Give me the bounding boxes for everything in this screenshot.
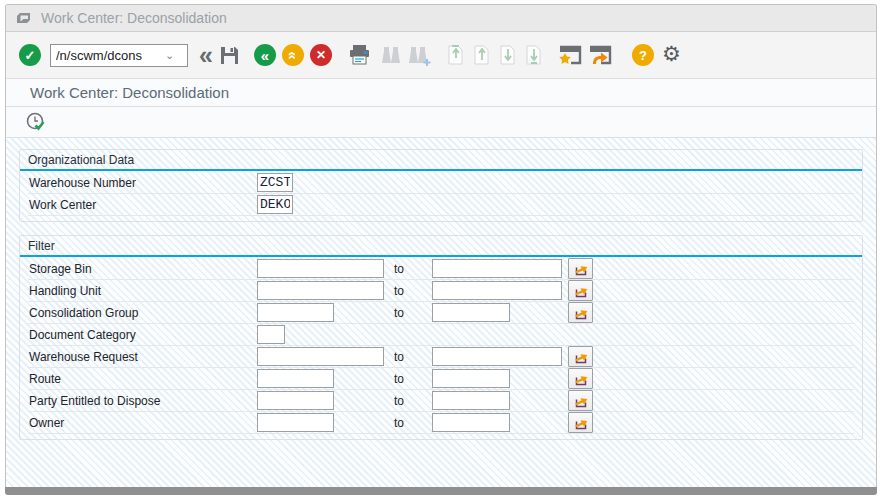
back-button[interactable]: «: [254, 44, 276, 66]
field-row-party-entitled: Party Entitled to Dispose to: [28, 390, 854, 412]
multiple-selection-icon: [573, 393, 589, 409]
field-label: Document Category: [28, 328, 257, 342]
enter-button[interactable]: ✓: [19, 44, 41, 66]
command-input[interactable]: [51, 46, 163, 65]
dynpro-content: Organizational Data Warehouse Number Wor…: [6, 138, 876, 488]
create-shortcut-button[interactable]: [588, 45, 612, 66]
field-label: Warehouse Number: [28, 176, 257, 190]
multiple-selection-icon: [573, 261, 589, 277]
field-label: Handling Unit: [28, 284, 257, 298]
hide-command-field-button[interactable]: «: [199, 45, 211, 65]
field-label: Owner: [28, 416, 257, 430]
screen-title-bar: Work Center: Deconsolidation: [6, 79, 876, 107]
storage-bin-to-input[interactable]: [432, 259, 562, 278]
field-label: Consolidation Group: [28, 306, 257, 320]
field-label: Storage Bin: [28, 262, 257, 276]
consolidation-group-to-input[interactable]: [432, 303, 510, 322]
find-icon: [380, 44, 402, 66]
field-row-warehouse-request: Warehouse Request to: [28, 346, 854, 368]
sap-gui-window: Work Center: Deconsolidation ✓ ⌄ « « « ✕: [5, 4, 877, 488]
customize-layout-button[interactable]: ⚙: [662, 42, 681, 66]
execute-button[interactable]: [25, 111, 47, 133]
warehouse-request-from-input[interactable]: [257, 347, 384, 366]
page-title: Work Center: Deconsolidation: [30, 84, 229, 101]
group-title: Filter: [20, 236, 862, 257]
owner-multiple-selection-button[interactable]: [568, 412, 593, 433]
application-toolbar: [6, 107, 876, 138]
warehouse-request-multiple-selection-button[interactable]: [568, 346, 593, 367]
to-label: to: [394, 350, 432, 364]
to-label: to: [394, 306, 432, 320]
cancel-button[interactable]: ✕: [310, 44, 332, 66]
groupbox-filter: Filter Storage Bin to Handling Uni: [19, 235, 863, 440]
owner-to-input[interactable]: [432, 413, 510, 432]
multiple-selection-icon: [573, 349, 589, 365]
help-button[interactable]: ?: [632, 44, 654, 66]
consolidation-group-from-input[interactable]: [257, 303, 334, 322]
window-bottom-edge: [5, 487, 877, 495]
document-category-input[interactable]: [257, 325, 285, 344]
save-button[interactable]: [219, 45, 240, 66]
groupbox-organizational-data: Organizational Data Warehouse Number Wor…: [19, 149, 863, 222]
multiple-selection-icon: [573, 283, 589, 299]
cancel-icon: ✕: [316, 48, 326, 62]
command-field[interactable]: ⌄: [50, 44, 188, 67]
last-page-icon: [524, 44, 544, 66]
storage-bin-multiple-selection-button[interactable]: [568, 258, 593, 279]
warehouse-request-to-input[interactable]: [432, 347, 562, 366]
handling-unit-from-input[interactable]: [257, 281, 384, 300]
help-icon: ?: [639, 48, 647, 63]
consolidation-group-multiple-selection-button[interactable]: [568, 302, 593, 323]
field-label: Party Entitled to Dispose: [28, 394, 257, 408]
field-row-warehouse-number: Warehouse Number: [28, 172, 854, 194]
field-label: Work Center: [28, 198, 257, 212]
to-label: to: [394, 394, 432, 408]
handling-unit-multiple-selection-button[interactable]: [568, 280, 593, 301]
party-entitled-from-input[interactable]: [257, 391, 334, 410]
check-icon: ✓: [25, 48, 36, 63]
group-title: Organizational Data: [20, 150, 862, 171]
to-label: to: [394, 262, 432, 276]
window-title: Work Center: Deconsolidation: [41, 10, 227, 26]
work-center-input[interactable]: [257, 195, 293, 214]
multiple-selection-icon: [573, 305, 589, 321]
warehouse-number-input[interactable]: [257, 173, 293, 192]
route-to-input[interactable]: [432, 369, 510, 388]
first-page-icon: [446, 44, 466, 66]
chevron-down-icon[interactable]: ⌄: [165, 49, 174, 62]
field-row-consolidation-group: Consolidation Group to: [28, 302, 854, 324]
party-entitled-to-input[interactable]: [432, 391, 510, 410]
to-label: to: [394, 284, 432, 298]
page-up-icon: [472, 44, 492, 66]
back-icon: «: [261, 47, 269, 64]
handling-unit-to-input[interactable]: [432, 281, 562, 300]
window-titlebar: Work Center: Deconsolidation: [6, 5, 876, 32]
field-row-owner: Owner to: [28, 412, 854, 434]
field-row-route: Route to: [28, 368, 854, 390]
route-from-input[interactable]: [257, 369, 334, 388]
party-entitled-multiple-selection-button[interactable]: [568, 390, 593, 411]
standard-toolbar: ✓ ⌄ « « « ✕: [6, 32, 876, 79]
to-label: to: [394, 372, 432, 386]
print-button[interactable]: [348, 44, 372, 66]
route-multiple-selection-button[interactable]: [568, 368, 593, 389]
field-label: Route: [28, 372, 257, 386]
new-session-button[interactable]: [558, 45, 582, 66]
chevron-up-icon: «: [284, 51, 301, 59]
page-down-icon: [498, 44, 518, 66]
exit-button[interactable]: «: [282, 44, 304, 66]
multiple-selection-icon: [573, 371, 589, 387]
sap-screen-icon: [16, 11, 32, 25]
field-row-storage-bin: Storage Bin to: [28, 258, 854, 280]
owner-from-input[interactable]: [257, 413, 334, 432]
field-row-document-category: Document Category: [28, 324, 854, 346]
to-label: to: [394, 416, 432, 430]
multiple-selection-icon: [573, 415, 589, 431]
storage-bin-from-input[interactable]: [257, 259, 384, 278]
field-row-work-center: Work Center: [28, 194, 854, 216]
field-row-handling-unit: Handling Unit to: [28, 280, 854, 302]
find-next-icon: [408, 44, 432, 66]
field-label: Warehouse Request: [28, 350, 257, 364]
